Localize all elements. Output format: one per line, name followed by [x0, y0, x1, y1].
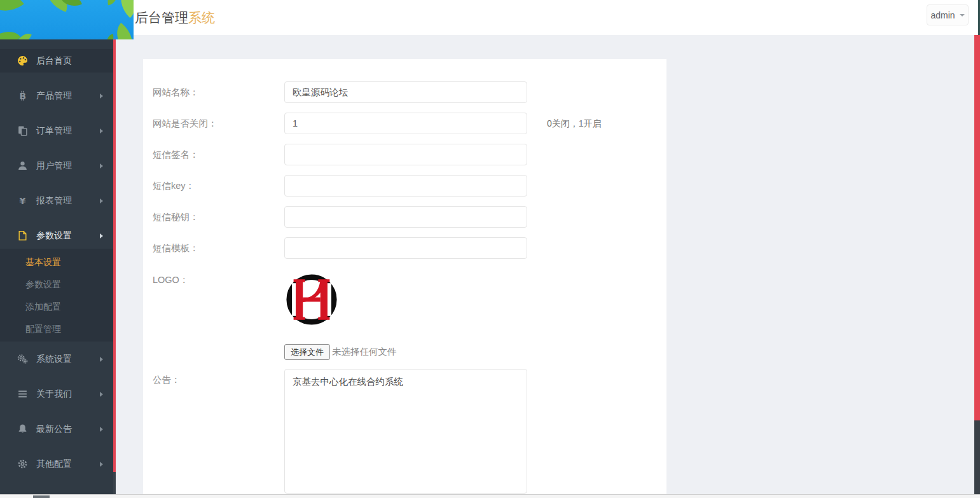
sidebar-item-label: 参数设置	[36, 230, 72, 242]
sms-signature-input[interactable]	[284, 144, 527, 165]
palette-dashboard-icon	[17, 55, 28, 67]
page-title-text: 后台管理	[135, 10, 188, 25]
page-scrollbar-thumb[interactable]	[974, 35, 980, 420]
user-icon	[17, 160, 28, 172]
chevron-down-icon	[960, 14, 965, 17]
admin-backend-page: 后台管理系统 admin 后台首页 B 产品管理	[0, 0, 980, 498]
chevron-right-icon	[100, 392, 103, 397]
page-title-accent: 系统	[188, 10, 215, 25]
chevron-right-icon	[100, 462, 103, 467]
site-closed-hint: 0关闭，1开启	[547, 113, 602, 134]
chevron-right-icon	[100, 198, 103, 204]
notice-textarea[interactable]: 京基去中心化在线合约系统	[284, 369, 527, 494]
leaf-icon	[113, 0, 134, 18]
form-row-sms-key: 短信key：	[153, 175, 660, 197]
leaf-icon	[106, 0, 120, 5]
site-closed-label: 网站是否关闭：	[153, 113, 217, 134]
sms-template-input[interactable]	[284, 237, 527, 259]
sidebar-item-other-config[interactable]: 其他配置	[0, 452, 113, 476]
page-scrollbar-track[interactable]	[974, 35, 980, 494]
sidebar-scrollbar-thumb[interactable]	[113, 35, 116, 472]
submenu-item-parameter-settings[interactable]: 参数设置	[0, 273, 113, 296]
sidebar-item-label: 用户管理	[36, 160, 72, 172]
sidebar: 后台首页 B 产品管理 订单管理 用户管理 ¥	[0, 35, 113, 494]
bell-icon	[17, 424, 28, 435]
sidebar-item-label: 其他配置	[36, 459, 72, 470]
sidebar-item-system[interactable]: 系统设置	[0, 347, 113, 371]
sms-template-label: 短信模板：	[153, 237, 199, 259]
submenu-item-basic-settings[interactable]: 基本设置	[0, 251, 113, 273]
settings-form-card: 网站名称： 网站是否关闭： 0关闭，1开启 短信签名： 短信key： 短信秘钥：	[143, 59, 666, 494]
logo-preview-image	[284, 272, 339, 327]
sidebar-item-label: 系统设置	[36, 354, 72, 365]
form-row-sms-signature: 短信签名：	[153, 144, 660, 165]
header-bar: 后台管理系统 admin	[0, 0, 980, 35]
submenu-item-config-management[interactable]: 配置管理	[0, 318, 113, 340]
gear-icon	[17, 459, 28, 470]
sidebar-item-users[interactable]: 用户管理	[0, 154, 113, 177]
sidebar-item-orders[interactable]: 订单管理	[0, 119, 113, 142]
file-status-text: 未选择任何文件	[332, 344, 397, 360]
sms-secret-label: 短信秘钥：	[153, 206, 199, 228]
page-title: 后台管理系统	[127, 9, 215, 27]
sidebar-item-label: 最新公告	[36, 424, 72, 435]
file-icon	[17, 230, 28, 242]
sidebar-item-label: 产品管理	[36, 90, 72, 102]
user-menu-label: admin	[930, 10, 955, 20]
corner-banner-image	[0, 0, 134, 39]
horizontal-scrollbar-thumb[interactable]	[33, 495, 50, 498]
logo-label: LOGO：	[153, 269, 188, 291]
leaf-icon	[0, 0, 24, 20]
sidebar-item-reports[interactable]: ¥ 报表管理	[0, 189, 113, 212]
horizontal-scrollbar-track[interactable]	[0, 494, 980, 498]
user-menu-button[interactable]: admin	[927, 4, 969, 25]
list-icon	[17, 389, 28, 400]
gears-icon	[17, 354, 28, 365]
sidebar-item-home[interactable]: 后台首页	[0, 49, 113, 73]
svg-text:B: B	[19, 91, 26, 101]
choose-file-button[interactable]: 选择文件	[284, 344, 330, 360]
sidebar-item-label: 报表管理	[36, 195, 72, 207]
site-closed-input[interactable]	[284, 113, 527, 134]
sidebar-item-label: 关于我们	[36, 389, 72, 400]
chevron-right-icon	[100, 233, 103, 239]
chevron-right-icon	[100, 128, 103, 134]
leaf-icon	[0, 24, 20, 39]
chevron-right-icon	[100, 93, 103, 99]
sidebar-item-products[interactable]: B 产品管理	[0, 84, 113, 107]
bitcoin-icon: B	[17, 90, 28, 102]
sidebar-item-label: 订单管理	[36, 125, 72, 137]
sidebar-item-announcements[interactable]: 最新公告	[0, 417, 113, 441]
chevron-right-icon	[100, 357, 103, 362]
form-row-sms-template: 短信模板：	[153, 237, 660, 259]
sms-secret-input[interactable]	[284, 206, 527, 228]
sms-key-input[interactable]	[284, 175, 527, 197]
form-row-logo: LOGO：	[153, 269, 660, 291]
content-area: 网站名称： 网站是否关闭： 0关闭，1开启 短信签名： 短信key： 短信秘钥：	[116, 35, 980, 494]
orders-copy-icon	[17, 125, 28, 137]
sidebar-item-label: 后台首页	[36, 55, 72, 67]
chevron-right-icon	[100, 163, 103, 169]
form-row-site-name: 网站名称：	[153, 81, 660, 103]
sidebar-item-about[interactable]: 关于我们	[0, 382, 113, 406]
svg-text:¥: ¥	[19, 195, 26, 206]
yen-icon: ¥	[17, 195, 28, 207]
chevron-right-icon	[100, 427, 103, 432]
sidebar-scrollbar-track[interactable]	[113, 35, 116, 494]
parameters-submenu: 基本设置 参数设置 添加配置 配置管理	[0, 249, 113, 342]
notice-label: 公告：	[153, 369, 181, 391]
sms-key-label: 短信key：	[153, 175, 195, 197]
leaf-icon	[105, 34, 115, 39]
form-row-site-closed: 网站是否关闭： 0关闭，1开启	[153, 113, 660, 134]
site-name-label: 网站名称：	[153, 81, 199, 103]
site-name-input[interactable]	[284, 81, 527, 103]
sidebar-item-parameters[interactable]: 参数设置	[0, 224, 113, 247]
sms-signature-label: 短信签名：	[153, 144, 199, 165]
submenu-item-add-config[interactable]: 添加配置	[0, 296, 113, 318]
form-row-sms-secret: 短信秘钥：	[153, 206, 660, 228]
